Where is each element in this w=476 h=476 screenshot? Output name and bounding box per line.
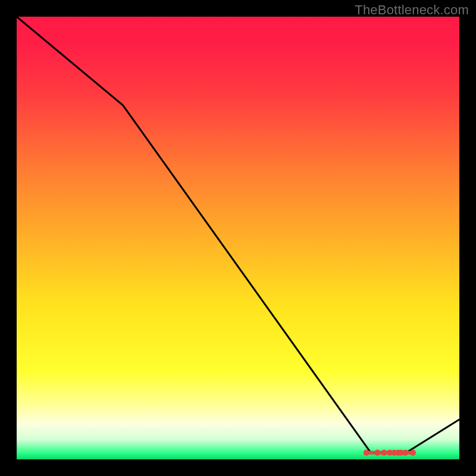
optimum-marker <box>410 450 416 456</box>
optimum-marker <box>374 450 380 456</box>
optimum-marker <box>402 450 408 456</box>
cost-curve <box>17 17 459 459</box>
watermark-text: TheBottleneck.com <box>355 2 469 18</box>
optimum-marker <box>381 450 387 456</box>
plot-area <box>17 17 459 459</box>
optimum-marker <box>364 450 369 456</box>
chart-frame: TheBottleneck.com <box>0 0 476 476</box>
